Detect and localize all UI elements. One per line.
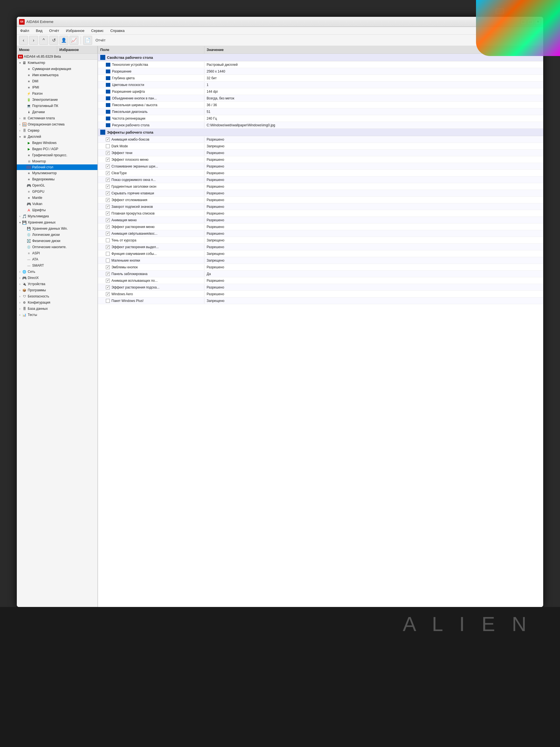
checkbox-menu-anim[interactable]: ✓ [106,218,110,222]
checkbox-balloon-anim[interactable]: ✓ [106,279,110,283]
sidebar-item-programs[interactable]: › 📦 Программы [17,287,98,293]
sidebar-item-ipmi[interactable]: ■ IPMI [17,84,98,91]
sidebar-item-desktop[interactable]: Рабочий стол [17,164,98,170]
back-button[interactable]: ‹ [19,36,28,45]
sidebar-item-smart[interactable]: — SMART [17,262,98,268]
sidebar-item-ata[interactable]: — ATA [17,256,98,262]
value-shadow: Разрешено [205,150,543,156]
checkbox-gradient-titles[interactable]: ✓ [106,185,110,188]
sidebar-item-portable[interactable]: 💻 Портативный ПК [17,103,98,109]
sidebar-item-storage-win[interactable]: 💾 Хранение данных Win. [17,226,98,232]
checkbox-shadow[interactable]: ✓ [106,151,110,155]
sidebar-item-logical[interactable]: 💿 Логические диски [17,232,98,238]
section-title-effects: Эффекты рабочего стола [107,130,154,134]
sidebar-item-overclock[interactable]: ⚡ Разгон [17,91,98,97]
sidebar-item-physical[interactable]: 💽 Физические диски [17,238,98,244]
up-button[interactable]: ^ [39,36,48,45]
checkbox-show-contents[interactable]: ✓ [106,178,110,182]
sidebar-item-config[interactable]: › ⚙ Конфигурация [17,300,98,306]
checkbox-selection-fade[interactable]: ✓ [106,245,110,249]
sidebar-item-gpu[interactable]: ■ Графический процесс. [17,152,98,158]
checkbox-dark-mode[interactable] [106,144,110,148]
checkbox-menu-fade[interactable]: ✓ [106,225,110,229]
checkbox-winplus[interactable] [106,299,110,303]
menu-view[interactable]: Вид [35,28,44,33]
sidebar-item-server[interactable]: › 🗄 Сервер [17,127,98,134]
sidebar-item-monitor[interactable]: 🖥 Монитор [17,158,98,164]
user-button[interactable]: 👤 [59,36,68,45]
checkbox-icon-labels[interactable]: ✓ [106,205,110,209]
checkbox-sounds[interactable] [106,252,110,256]
checkbox-tracking[interactable]: ✓ [106,198,110,202]
sidebar-item-multimon[interactable]: ■ Мультимонитор [17,170,98,176]
field-sounds: Функция озвучивания собы... [98,251,205,257]
checkbox-flat-menu[interactable]: ✓ [106,158,110,162]
checkbox-cleartype[interactable]: ✓ [106,171,110,175]
sidebar-item-summary[interactable]: ■ Суммарная информация [17,66,98,72]
sidebar-item-sensors[interactable]: 🌡 Датчики [17,109,98,115]
checkbox-aero[interactable]: ✓ [106,292,110,296]
value-pixelwh: 36 / 36 [205,102,543,108]
value-resolution: 2560 x 1440 [205,69,543,74]
network-icon: 🌐 [22,269,27,274]
refresh-button[interactable]: ↺ [49,36,58,45]
sidebar-item-devices[interactable]: › 🔌 Устройства [17,281,98,287]
sidebar-item-mantle[interactable]: ■ Mantle [17,195,98,201]
checkbox-tooltip-fade[interactable]: ✓ [106,285,110,289]
sidebar-item-fonts[interactable]: A Шрифты [17,207,98,213]
sidebar-item-aspi[interactable]: ≡ ASPI [17,250,98,256]
menu-help[interactable]: Справка [109,28,126,33]
sidebar-item-videopci[interactable]: ▶ Видео PCI / AGP [17,146,98,152]
sidebar-item-vulkan[interactable]: 🎮 Vulkan [17,201,98,207]
report-button-icon[interactable]: 📄 [83,36,92,45]
checkbox-hide-hotkeys[interactable]: ✓ [106,191,110,195]
sidebar-item-opengl[interactable]: 🎮 OpenGL [17,182,98,188]
chart-button[interactable]: 📈 [70,36,78,45]
sidebar-item-storage[interactable]: ▾ 💾 Хранение данных [17,219,98,226]
security-icon: 🛡 [22,294,27,299]
row-colorplanes: Цветовые плоскости 1 [98,81,543,88]
sidebar-item-videomodes[interactable]: ■ Видеорежимы [17,176,98,182]
sidebar-item-database[interactable]: › 🗄 База данных [17,306,98,312]
checkbox-font-smooth[interactable]: ✓ [106,164,110,168]
sidebar-item-security[interactable]: › 🛡 Безопасность [17,293,98,300]
sidebar-item-display[interactable]: ▾ 🖥 Дисплей [17,134,98,140]
tree-arrow-computer: ▾ [18,61,22,65]
value-cleartype: Разрешено [205,170,543,176]
sidebar-item-dmi[interactable]: ■ DMI [17,78,98,84]
sidebar-item-computer[interactable]: ▾ 🖥 Компьютер [17,60,98,66]
checkbox-emblems[interactable]: ✓ [106,265,110,269]
row-winplus: Пакет Windows Plus! Запрещено [98,298,543,304]
sidebar-item-multimedia[interactable]: › 🎵 Мультимедиа [17,213,98,219]
ata-icon: — [26,257,31,262]
sidebar-item-gpgpu[interactable]: ≡ GPGPU [17,188,98,195]
sidebar-item-videowin[interactable]: ▶ Видео Windows [17,140,98,146]
sidebar-item-compname[interactable]: ■ Имя компьютера [17,72,98,78]
report-label: Отчёт [96,38,106,42]
checkbox-small-buttons[interactable] [106,259,110,262]
forward-button[interactable]: › [29,36,38,45]
overclock-icon: ⚡ [26,91,31,96]
row-flat-menu: ✓ Эффект плоского меню Разрешено [98,156,543,163]
sensors-icon: 🌡 [26,110,31,114]
checkbox-cursor-shadow[interactable] [106,238,110,242]
value-taskbar-combine: Всегда, без меток [205,96,543,101]
field-balloon-anim: ✓ Анимация всплывающих по... [98,278,205,283]
checkbox-combo-anim[interactable]: ✓ [106,137,110,141]
row-show-contents: ✓ Показ содержимого окна п... Разрешено [98,177,543,183]
field-smooth-scroll: ✓ Плавная прокрутка списков [98,211,205,216]
checkbox-smooth-scroll[interactable]: ✓ [106,211,110,215]
sidebar-item-tests[interactable]: › 📊 Тесты [17,312,98,318]
menu-file[interactable]: Файл [19,28,30,33]
checkbox-panel-locked[interactable]: ✓ [106,272,110,276]
sidebar-item-power[interactable]: 🔋 Электропитание [17,97,98,103]
sidebar-item-optical[interactable]: 💿 Оптические накопите. [17,244,98,250]
sidebar-item-network[interactable]: › 🌐 Сеть [17,268,98,275]
sidebar-item-os[interactable]: › 🪟 Операционная система [17,121,98,127]
sidebar-item-directx[interactable]: › 🎮 DirectX [17,275,98,281]
checkbox-minimize-anim[interactable]: ✓ [106,232,110,236]
menu-service[interactable]: Сервис [90,28,105,33]
menu-favorites[interactable]: Избранное [65,28,86,33]
menu-report[interactable]: Отчёт [48,28,60,33]
sidebar-item-motherboard[interactable]: › ⊞ Системная плата [17,115,98,121]
